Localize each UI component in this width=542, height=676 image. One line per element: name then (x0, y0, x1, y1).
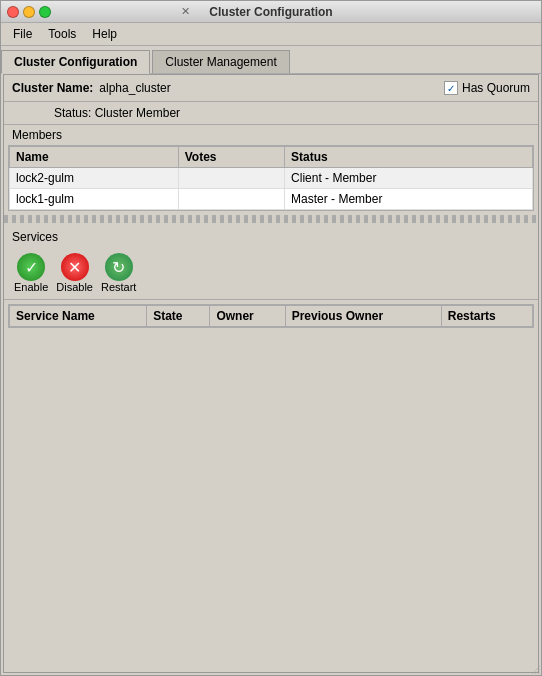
services-section-label: Services (4, 227, 538, 247)
tab-bar: Cluster Configuration Cluster Management (1, 46, 541, 74)
content-area: Cluster Name: alpha_cluster ✓ Has Quorum… (3, 74, 539, 673)
svc-col-owner: Owner (210, 306, 285, 327)
resize-handle[interactable] (530, 664, 540, 674)
svc-col-state: State (147, 306, 210, 327)
status-value: Cluster Member (95, 106, 180, 120)
member-name: lock1-gulm (10, 189, 179, 210)
tab-cluster-management[interactable]: Cluster Management (152, 50, 289, 73)
svc-col-name: Service Name (10, 306, 147, 327)
close-icon: ✕ (181, 5, 190, 18)
minimize-button[interactable] (23, 6, 35, 18)
services-table: Service Name State Owner Previous Owner … (8, 304, 534, 328)
disable-button[interactable]: ✕ Disable (54, 251, 95, 295)
table-row[interactable]: lock2-gulm Client - Member (10, 168, 533, 189)
restart-label: Restart (101, 281, 136, 293)
col-votes: Votes (178, 147, 284, 168)
svg-line-2 (538, 672, 540, 674)
window-title: Cluster Configuration (209, 5, 332, 19)
divider (4, 215, 538, 223)
disable-icon: ✕ (61, 253, 89, 281)
menubar: File Tools Help (1, 23, 541, 46)
maximize-button[interactable] (39, 6, 51, 18)
status-row: Status: Cluster Member (4, 102, 538, 125)
menu-help[interactable]: Help (84, 25, 125, 43)
members-table: Name Votes Status lock2-gulm Client - Me… (8, 145, 534, 211)
menu-tools[interactable]: Tools (40, 25, 84, 43)
window: ✕ Cluster Configuration File Tools Help … (0, 0, 542, 676)
cluster-info-row: Cluster Name: alpha_cluster ✓ Has Quorum (4, 75, 538, 102)
quorum-checkbox[interactable]: ✓ (444, 81, 458, 95)
col-name: Name (10, 147, 179, 168)
member-votes (178, 189, 284, 210)
restart-icon: ↻ (105, 253, 133, 281)
svc-col-restarts: Restarts (441, 306, 532, 327)
titlebar-buttons (7, 6, 51, 18)
titlebar: ✕ Cluster Configuration (1, 1, 541, 23)
services-toolbar: ✓ Enable ✕ Disable ↻ Restart (4, 247, 538, 300)
member-votes (178, 168, 284, 189)
table-row[interactable]: lock1-gulm Master - Member (10, 189, 533, 210)
disable-label: Disable (56, 281, 93, 293)
svc-col-prev-owner: Previous Owner (285, 306, 441, 327)
cluster-name-label: Cluster Name: (12, 81, 93, 95)
enable-button[interactable]: ✓ Enable (12, 251, 50, 295)
enable-label: Enable (14, 281, 48, 293)
cluster-name-value: alpha_cluster (99, 81, 170, 95)
status-label: Status: (54, 106, 91, 120)
quorum-label: Has Quorum (462, 81, 530, 95)
close-button[interactable] (7, 6, 19, 18)
col-status: Status (285, 147, 533, 168)
tab-cluster-configuration[interactable]: Cluster Configuration (1, 50, 150, 74)
services-section: Services ✓ Enable ✕ Disable ↻ Restart (4, 227, 538, 672)
members-section-label: Members (4, 125, 538, 145)
restart-button[interactable]: ↻ Restart (99, 251, 138, 295)
quorum-check[interactable]: ✓ Has Quorum (444, 81, 530, 95)
enable-icon: ✓ (17, 253, 45, 281)
menu-file[interactable]: File (5, 25, 40, 43)
member-name: lock2-gulm (10, 168, 179, 189)
member-status: Master - Member (285, 189, 533, 210)
member-status: Client - Member (285, 168, 533, 189)
